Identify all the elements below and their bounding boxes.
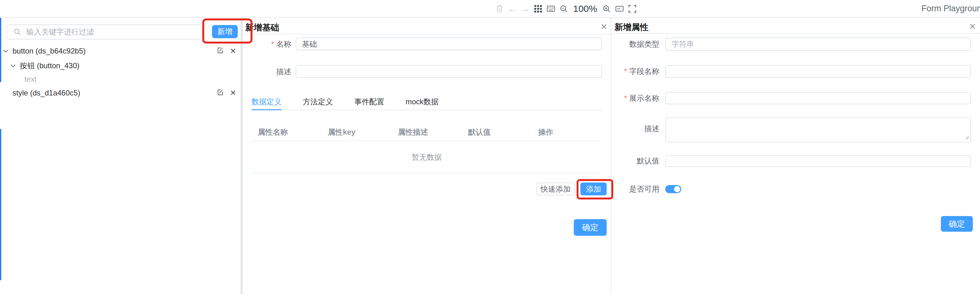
column-header: 属性名称 bbox=[251, 127, 321, 137]
tab-data-definition[interactable]: 数据定义 bbox=[251, 94, 282, 110]
confirm-button[interactable]: 确定 bbox=[574, 219, 607, 236]
tree-search-box bbox=[6, 24, 202, 40]
keyboard-icon[interactable] bbox=[547, 4, 555, 13]
field-name-row: * 字段名称 bbox=[611, 65, 971, 78]
description-label: 描述 bbox=[644, 124, 659, 134]
tree-row[interactable]: 按钮 (button_430) bbox=[0, 59, 240, 73]
edit-icon[interactable] bbox=[217, 89, 224, 97]
required-marker: * bbox=[624, 94, 627, 103]
tree-node-label: button (ds_b64c92b5) bbox=[13, 47, 86, 56]
enabled-toggle[interactable] bbox=[665, 185, 681, 193]
name-field-row: * 名称 基础 bbox=[251, 38, 602, 51]
display-name-input[interactable] bbox=[665, 92, 971, 104]
empty-table-placeholder: 暂无数据 bbox=[251, 142, 602, 173]
zoom-out-icon[interactable] bbox=[560, 4, 568, 13]
dialog-header bbox=[243, 18, 611, 35]
dialog-tabs: 数据定义 方法定义 事件配置 mock数据 bbox=[251, 94, 602, 110]
delete-icon[interactable]: ✕ bbox=[230, 47, 236, 55]
search-icon bbox=[14, 28, 21, 36]
display-name-row: * 展示名称 bbox=[611, 92, 971, 104]
column-header: 操作 bbox=[532, 127, 602, 137]
chevron-down-icon[interactable] bbox=[3, 49, 8, 53]
required-marker: * bbox=[624, 67, 627, 76]
property-table-header: 属性名称 属性key 属性描述 默认值 操作 bbox=[251, 123, 602, 141]
field-name-label: 字段名称 bbox=[629, 67, 659, 76]
close-icon[interactable]: ✕ bbox=[599, 22, 609, 32]
grid-view-icon[interactable] bbox=[534, 4, 542, 13]
table-actions: 快速添加 添加 bbox=[536, 183, 607, 195]
delete-icon[interactable]: ✕ bbox=[230, 89, 236, 97]
tab-method-definition[interactable]: 方法定义 bbox=[303, 94, 333, 110]
enabled-label: 是否可用 bbox=[629, 184, 659, 194]
description-row: 描述 bbox=[611, 118, 971, 143]
data-type-row: 数据类型 字符串 bbox=[611, 38, 971, 51]
add-row-button[interactable]: 添加 bbox=[581, 183, 607, 195]
tree-node-label: 按钮 (button_430) bbox=[20, 61, 80, 71]
app-title: Form Playground F bbox=[921, 4, 980, 13]
panel-layout-icon[interactable] bbox=[616, 4, 624, 13]
tree-node-label: text bbox=[24, 75, 37, 84]
top-toolbar: ← → 100% bbox=[0, 0, 980, 18]
chevron-down-icon[interactable] bbox=[10, 64, 16, 68]
field-name-input[interactable] bbox=[665, 65, 971, 78]
trash-icon[interactable] bbox=[495, 4, 504, 13]
left-accent-edge bbox=[0, 18, 1, 82]
column-header: 默认值 bbox=[461, 127, 532, 137]
canvas-toolbar: ← → 100% bbox=[495, 0, 636, 17]
data-type-select[interactable]: 字符串 bbox=[665, 38, 971, 51]
default-value-row: 默认值 bbox=[611, 155, 971, 167]
description-label: 描述 bbox=[276, 67, 291, 77]
column-header: 属性key bbox=[321, 127, 392, 137]
panel-resizer[interactable] bbox=[240, 18, 243, 294]
description-input[interactable] bbox=[296, 65, 602, 78]
tree-row[interactable]: style (ds_d1a460c5) ✕ bbox=[0, 86, 240, 100]
tree-row[interactable]: button (ds_b64c92b5) ✕ bbox=[0, 44, 240, 58]
default-value-label: 默认值 bbox=[637, 156, 659, 166]
add-base-dialog: 新增基础 ✕ * 名称 基础 描述 数据定义 方法定义 事件配置 mock数据 … bbox=[243, 18, 611, 294]
close-icon[interactable]: ✕ bbox=[968, 22, 977, 32]
add-datasource-button[interactable]: 新增 bbox=[212, 25, 238, 38]
name-input[interactable]: 基础 bbox=[296, 38, 602, 51]
dialog-title: 新增属性 bbox=[614, 22, 648, 33]
column-header: 属性描述 bbox=[392, 127, 462, 137]
enabled-row: 是否可用 bbox=[611, 185, 971, 193]
display-name-label: 展示名称 bbox=[629, 93, 659, 103]
resize-handle-icon[interactable] bbox=[965, 135, 969, 141]
add-attribute-dialog: 新增属性 ✕ 数据类型 字符串 * 字段名称 * 展示名称 描述 默认值 bbox=[611, 18, 980, 294]
redo-arrow-icon[interactable]: → bbox=[521, 4, 529, 13]
left-accent-edge bbox=[0, 129, 1, 280]
edit-icon[interactable] bbox=[217, 47, 224, 56]
component-tree-panel: 新增 button (ds_b64c92b5) ✕ 按钮 (button_430… bbox=[0, 18, 240, 294]
zoom-level-value: 100% bbox=[573, 3, 598, 14]
search-input[interactable] bbox=[26, 27, 201, 36]
name-label: 名称 bbox=[276, 39, 291, 49]
zoom-in-icon[interactable] bbox=[603, 4, 611, 13]
tree-row[interactable]: text bbox=[0, 72, 240, 86]
dialog-title: 新增基础 bbox=[245, 22, 279, 33]
tab-mock-data[interactable]: mock数据 bbox=[406, 94, 439, 110]
dialog-header bbox=[611, 18, 980, 34]
default-value-input[interactable] bbox=[665, 155, 971, 167]
description-textarea[interactable] bbox=[665, 118, 971, 143]
data-type-label: 数据类型 bbox=[629, 39, 659, 49]
confirm-button[interactable]: 确定 bbox=[941, 216, 973, 232]
tab-event-config[interactable]: 事件配置 bbox=[354, 94, 384, 110]
toggle-knob bbox=[674, 186, 680, 192]
fullscreen-icon[interactable] bbox=[628, 4, 636, 13]
quick-add-button[interactable]: 快速添加 bbox=[536, 183, 575, 195]
description-field-row: 描述 bbox=[251, 65, 602, 78]
undo-arrow-icon[interactable]: ← bbox=[508, 4, 517, 13]
tree-node-label: style (ds_d1a460c5) bbox=[13, 89, 80, 97]
required-marker: * bbox=[271, 40, 274, 49]
